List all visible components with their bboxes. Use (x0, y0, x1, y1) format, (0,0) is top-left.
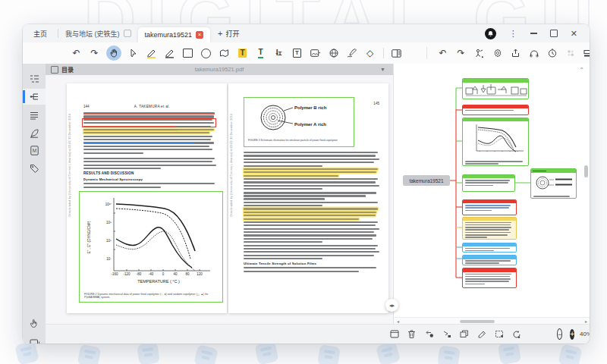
redo-icon[interactable]: ↷ (88, 47, 101, 60)
sidebar-markdown-note-icon[interactable]: M (23, 143, 46, 158)
audio-read-icon[interactable] (527, 47, 540, 60)
pdf-page-left: Downloaded by [University of Toronto Lib… (67, 83, 227, 313)
mindmap-node-note-4[interactable] (462, 217, 517, 240)
open-file-button[interactable]: + 打开 (210, 29, 247, 39)
zoom-in-button[interactable]: + (570, 329, 574, 340)
more-menu-icon[interactable]: ⋮ (509, 30, 517, 38)
svg-text:M: M (32, 148, 36, 153)
rectangle-tool-icon[interactable] (181, 47, 194, 60)
text-strikethrough-icon[interactable]: IT (272, 47, 285, 60)
app-window: 主页 我与地坛 (史铁生) takemura19521 × + 打开 ⋮ ✕ ↶… (23, 24, 590, 344)
text-line (244, 158, 379, 160)
mindmap-node-note-6[interactable] (462, 255, 517, 265)
mindmap-node-note-5[interactable] (462, 243, 517, 253)
figure3-caption: FIGURE 3 Schematic illustration for emul… (244, 139, 354, 142)
pdf-view-area[interactable]: Downloaded by [University of Toronto Lib… (46, 75, 393, 325)
refresh-icon[interactable] (511, 328, 522, 340)
mindmap-node-graph[interactable] (462, 118, 529, 166)
svg-text:10⁸: 10⁸ (106, 239, 112, 243)
notification-bell-icon[interactable] (485, 28, 496, 39)
tab-close-icon[interactable] (124, 30, 131, 37)
scroll-left-arrow[interactable]: ◂ (397, 318, 399, 324)
layout-rows-icon[interactable] (582, 47, 590, 60)
page-number-left: 144 (83, 105, 90, 108)
page-panel-icon[interactable] (390, 47, 403, 60)
zoom-out-button[interactable]: − (557, 328, 562, 340)
tab-home[interactable]: 主页 (23, 29, 58, 39)
figure3-annotation-box[interactable]: Polymer B rich Polymer A rich FIGURE 3 S… (244, 97, 354, 147)
text-highlight-icon[interactable]: T (236, 47, 249, 60)
text-line (244, 152, 378, 153)
eraser-icon[interactable]: ◇ (363, 47, 376, 60)
map-style-icon[interactable] (473, 47, 486, 60)
sidebar-outline-icon[interactable] (23, 71, 46, 86)
mindmap-node-note-3[interactable] (462, 199, 517, 215)
tab-document-1[interactable]: 我与地坛 (史铁生) (58, 24, 138, 42)
sidebar-hand-pointer-icon[interactable] (23, 315, 46, 331)
timer-history-icon[interactable] (546, 47, 558, 60)
delete-node-icon[interactable] (406, 328, 417, 340)
hand-tool-icon[interactable] (106, 46, 121, 61)
text-line (244, 162, 374, 163)
figure3-label-a: Polymer A rich (294, 122, 326, 127)
node-header (463, 79, 528, 83)
text-underline-icon[interactable]: T (254, 47, 267, 60)
sidebar-reader-icon[interactable] (23, 335, 46, 344)
map-vertical-scrollbar[interactable] (584, 165, 588, 177)
close-button[interactable]: ✕ (571, 30, 577, 38)
undo-node-icon[interactable] (423, 328, 435, 340)
pen-icon[interactable] (163, 47, 176, 60)
plugin-puzzle-icon[interactable] (564, 47, 577, 60)
heading-tensile: Ultimate Tensile Strength of Solution Fi… (244, 262, 379, 265)
text-line (244, 155, 376, 156)
copy-style-icon[interactable] (458, 328, 470, 340)
map-collapse-icon[interactable]: ⌃ (579, 67, 584, 74)
mindmap-node-apparatus[interactable] (462, 78, 529, 99)
relation-node-icon[interactable] (441, 328, 452, 340)
mindmap-node-note-7[interactable] (462, 268, 517, 288)
ellipse-tool-icon[interactable] (200, 47, 212, 60)
scroll-right-arrow[interactable]: ▸ (585, 318, 587, 324)
sidebar-mindmap-icon[interactable] (23, 89, 46, 105)
tab-document-2[interactable]: takemura19521 × (138, 27, 211, 42)
settings-gear-icon[interactable] (491, 47, 504, 60)
web-link-icon[interactable] (327, 47, 340, 60)
polygon-tool-icon[interactable] (218, 47, 231, 60)
undo-icon[interactable]: ↶ (70, 47, 83, 60)
mindmap-panel[interactable]: takemura19521 (393, 64, 590, 325)
plus-icon: + (218, 29, 222, 38)
mindmap-node-note-1[interactable] (462, 105, 529, 115)
paragraph (244, 221, 379, 243)
format-brush-icon[interactable] (476, 328, 487, 340)
maximize-button[interactable] (550, 30, 558, 37)
text-line (83, 187, 161, 188)
text-line (83, 161, 212, 162)
text-line (83, 183, 215, 184)
mindmap-root-node[interactable]: takemura19521 (403, 175, 450, 186)
mindmap-node-particle[interactable] (530, 168, 577, 199)
sidebar-tag-icon[interactable] (23, 161, 46, 177)
sidebar-quill-icon[interactable] (23, 125, 46, 141)
figure2-annotation-box[interactable]: 10¹⁰ 10⁹ 10⁸ 10⁷ -160 -120 -80 -40 0 40 … (79, 191, 223, 303)
svg-text:-40: -40 (149, 272, 154, 276)
select-arrow-icon[interactable] (127, 47, 140, 60)
scrollbar-thumb[interactable] (460, 320, 495, 324)
export-share-icon[interactable] (509, 47, 522, 60)
text-line (244, 258, 322, 259)
panel-toggle-button[interactable]: ◂▸ (385, 299, 398, 312)
minimize-button[interactable] (530, 33, 537, 34)
map-undo-icon[interactable]: ↶ (436, 47, 449, 60)
sidebar-annotations-icon[interactable] (23, 108, 46, 124)
signature-pen-icon[interactable] (345, 47, 358, 60)
document-title: takemura19521.pdf (46, 66, 393, 73)
screenshot-icon[interactable] (493, 328, 505, 340)
text-box-icon[interactable]: T (291, 47, 304, 60)
highlighter-icon[interactable] (145, 47, 158, 60)
tab-close-red-icon[interactable]: × (196, 31, 203, 39)
insert-image-icon[interactable] (309, 47, 322, 60)
new-board-icon[interactable] (388, 328, 400, 340)
svg-text:-80: -80 (137, 272, 142, 276)
mindmap-node-note-2[interactable] (462, 174, 515, 192)
map-redo-icon[interactable]: ↷ (454, 47, 467, 60)
text-line (244, 181, 376, 183)
